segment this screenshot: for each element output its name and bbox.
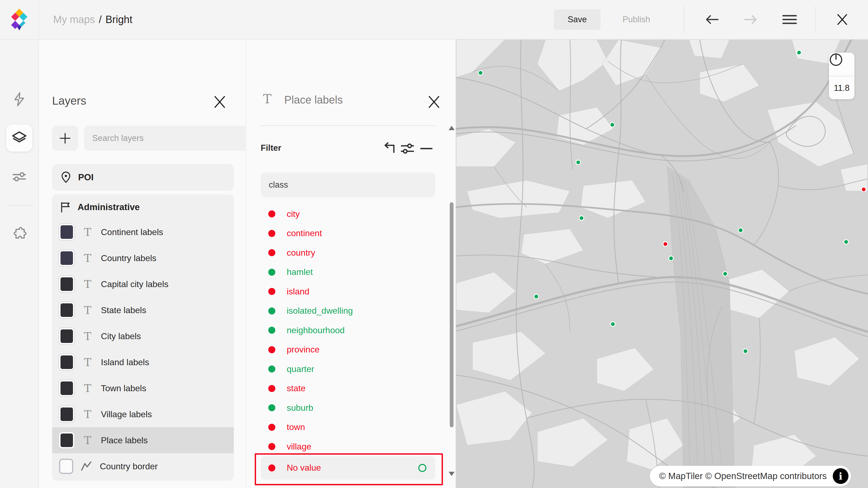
filter-value-neighbourhood[interactable]: neighbourhood [261,321,435,340]
value-dot [268,385,275,392]
layer-row-city-labels[interactable]: TCity labels [52,323,234,349]
map-point-green[interactable] [797,50,801,55]
filter-value-quarter[interactable]: quarter [261,359,435,379]
tool-rail: ? [0,40,39,488]
app-logo[interactable] [0,0,39,39]
layer-label: Village labels [101,410,152,419]
value-dot [268,346,275,353]
value-dot [268,464,275,471]
text-layer-icon: T [82,253,94,263]
layer-group-poi[interactable]: POI [52,164,234,191]
layer-row-place-labels[interactable]: TPlace labels [52,427,234,453]
filter-value-suburb[interactable]: suburb [261,398,435,418]
redo-arrow-button[interactable] [738,0,763,39]
map-point-green[interactable] [534,294,539,299]
layer-row-capital-city-labels[interactable]: TCapital city labels [52,271,234,297]
filter-value-city[interactable]: city [261,204,435,224]
plugins-puzzle-icon[interactable] [0,226,38,243]
time-dial-icon[interactable] [829,53,855,76]
undo-arrow-button[interactable] [700,0,724,39]
layer-row-island-labels[interactable]: TIsland labels [52,349,234,375]
info-icon[interactable]: i [833,468,848,484]
add-layer-button[interactable] [52,126,78,151]
checkbox-checked[interactable] [59,302,74,318]
place-scrollbar-thumb[interactable] [450,202,454,427]
layer-row-town-labels[interactable]: TTown labels [52,375,234,401]
checkbox-checked[interactable] [59,380,74,396]
text-layer-icon: T [82,305,94,316]
map-render [456,40,868,488]
checkbox-unchecked[interactable] [59,459,73,474]
value-label: village [287,442,311,452]
revert-filter-icon[interactable] [381,141,396,156]
filter-value-no-value[interactable]: No value [261,456,435,480]
checkbox-checked[interactable] [59,432,74,448]
filter-value-village[interactable]: village [261,437,435,456]
layer-row-village-labels[interactable]: TVillage labels [52,401,234,427]
map-point-red[interactable] [862,187,866,192]
layer-row-continent-labels[interactable]: TContinent labels [52,219,234,245]
layer-label: Town labels [101,383,146,393]
filter-value-island[interactable]: island [261,282,435,301]
layers-tool-active-tile[interactable] [6,124,32,152]
map-point-green[interactable] [576,160,581,165]
filter-value-continent[interactable]: continent [261,224,435,243]
publish-button[interactable]: Publish [612,9,661,30]
map-canvas[interactable]: 11.8 © MapTiler © OpenStreetMap contribu… [456,40,868,488]
map-attribution: © MapTiler © OpenStreetMap contributors … [650,466,851,486]
filter-sliders-icon[interactable] [400,141,415,156]
attribution-text[interactable]: © MapTiler © OpenStreetMap contributors [659,471,827,481]
map-point-red[interactable] [663,242,668,247]
filter-value-hamlet[interactable]: hamlet [261,262,435,282]
place-scroll-down[interactable] [448,472,455,476]
checkbox-checked[interactable] [59,354,74,370]
filter-value-isolated_dwelling[interactable]: isolated_dwelling [261,301,435,321]
map-zoom-control[interactable]: 11.8 [829,53,855,99]
top-bar: My maps / Bright Save Publish [0,0,868,40]
map-point-green[interactable] [579,216,584,220]
remove-filter-icon[interactable] [419,141,434,156]
value-label: country [287,248,315,258]
map-point-green[interactable] [743,349,748,354]
search-layers-input[interactable] [84,126,250,151]
place-scroll-up[interactable] [448,126,455,130]
filter-value-province[interactable]: province [261,340,435,359]
map-point-green[interactable] [723,271,727,276]
filters-tool-icon[interactable] [0,168,38,186]
layer-row-country-border[interactable]: Country border [52,453,234,479]
map-point-green[interactable] [610,123,615,127]
checkbox-checked[interactable] [59,406,74,422]
visibility-ring-icon[interactable] [418,464,426,472]
bolt-icon[interactable] [0,91,38,108]
filter-field-input[interactable] [261,172,435,197]
map-point-green[interactable] [478,70,483,75]
administrative-group-header[interactable]: Administrative [52,197,234,218]
checkbox-checked[interactable] [59,224,74,240]
close-layers-panel-icon[interactable] [212,94,228,110]
filter-value-town[interactable]: town [261,418,435,437]
close-place-panel-icon[interactable] [426,94,442,110]
administrative-group-label: Administrative [78,202,140,212]
breadcrumb-my-maps[interactable]: My maps [53,14,95,26]
layer-row-country-labels[interactable]: TCountry labels [52,245,234,271]
breadcrumb: My maps / Bright [53,0,132,39]
map-point-green[interactable] [844,240,848,244]
checkbox-checked[interactable] [59,328,74,344]
menu-icon[interactable] [777,0,802,39]
map-point-green[interactable] [669,256,673,261]
save-button[interactable]: Save [554,9,600,30]
close-editor-icon[interactable] [830,0,855,39]
filter-value-country[interactable]: country [261,243,435,262]
place-panel-title: Place labels [284,94,343,106]
checkbox-checked[interactable] [59,250,74,266]
map-point-green[interactable] [738,228,743,233]
map-point-green[interactable] [611,322,615,326]
checkbox-checked[interactable] [59,276,74,292]
value-dot [268,249,275,256]
value-dot [268,269,275,276]
value-label: neighbourhood [287,325,345,335]
layer-row-state-labels[interactable]: TState labels [52,297,234,323]
filter-value-state[interactable]: state [261,379,435,398]
value-label: No value [287,463,321,473]
zoom-level-value: 11.8 [834,83,849,93]
